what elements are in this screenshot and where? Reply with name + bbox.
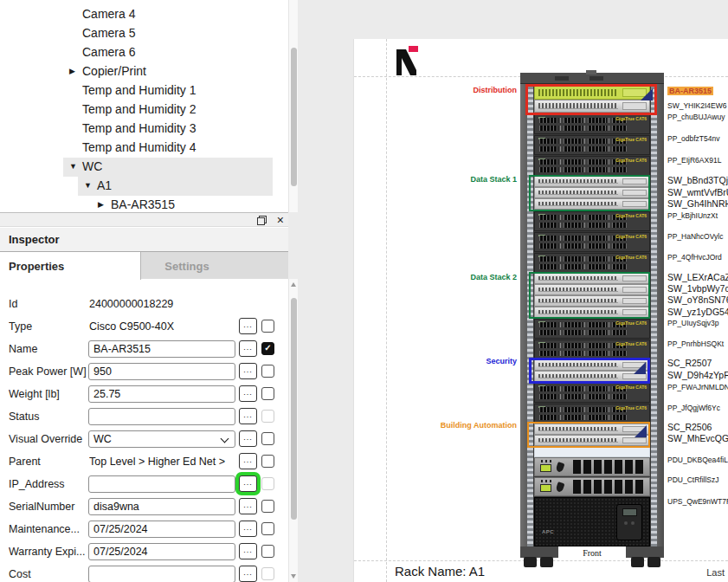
device-label[interactable]: PP_HaNhcOVylc xyxy=(667,232,723,241)
rack-pdu-unit[interactable] xyxy=(534,477,650,496)
more-button[interactable]: ... xyxy=(239,363,257,379)
rack-patch-panel-unit[interactable]: GigaTrue CAT6 xyxy=(534,114,650,134)
tree-item[interactable]: Temp and Humidity 3 xyxy=(0,120,288,139)
device-label[interactable]: SW_oY8nSN76S4 xyxy=(667,294,728,305)
more-button[interactable]: ... xyxy=(239,543,257,559)
tab-settings[interactable]: Settings xyxy=(141,252,233,280)
more-button[interactable]: ... xyxy=(239,566,257,582)
chevron-collapsed-icon[interactable]: ▶ xyxy=(69,67,80,75)
more-button[interactable]: ... xyxy=(239,430,257,447)
device-label-selected[interactable]: BA-AR3515 xyxy=(667,87,713,95)
tree-item[interactable]: Temp and Humidity 1 xyxy=(0,81,288,100)
rack-patch-panel-unit[interactable]: GigaTrue CAT6 xyxy=(534,383,650,403)
tree-item-label: Camera 4 xyxy=(82,7,135,21)
rack-graphic[interactable]: GigaTrue CAT6GigaTrue CAT6GigaTrue CAT6G… xyxy=(520,73,664,570)
device-label[interactable]: SW_wmtVvfBrUh xyxy=(667,187,728,197)
rack-patch-panel-unit[interactable]: GigaTrue CAT6 xyxy=(534,211,650,231)
rack-patch-panel-unit[interactable]: GigaTrue CAT6 xyxy=(534,404,650,424)
rack-ups-unit[interactable]: APC xyxy=(534,497,650,546)
device-label[interactable]: UPS_QwE9nWT7RN xyxy=(667,497,728,506)
checkbox[interactable] xyxy=(261,500,274,513)
tree-item[interactable]: ▼A1 xyxy=(0,177,288,196)
device-label[interactable]: SC_R2507 xyxy=(667,358,712,368)
device-label[interactable]: PP_4QfHvcJOrd xyxy=(667,253,722,262)
property-input[interactable]: disa9wna xyxy=(88,498,235,515)
checkbox[interactable] xyxy=(261,365,274,378)
rack-patch-panel-unit[interactable]: GigaTrue CAT6 xyxy=(534,253,650,273)
device-label[interactable]: SC_R2506 xyxy=(667,422,712,432)
chevron-collapsed-icon[interactable]: ▶ xyxy=(98,200,108,209)
tree-item[interactable]: Camera 6 xyxy=(0,43,288,62)
rack-patch-panel-unit[interactable]: GigaTrue CAT6 xyxy=(534,319,650,339)
checkbox[interactable] xyxy=(261,320,274,333)
checkbox[interactable] xyxy=(261,567,274,580)
tab-properties[interactable]: Properties xyxy=(0,252,141,280)
tree-item[interactable]: ▼WC xyxy=(0,158,288,177)
rack-patch-panel-unit[interactable]: GigaTrue CAT6 xyxy=(534,156,650,176)
device-label[interactable]: PP_JfQgjWf6Yc xyxy=(667,404,720,412)
device-label[interactable]: SW_yz1yDG54rd xyxy=(667,307,728,317)
more-button[interactable]: ... xyxy=(239,475,257,492)
device-label[interactable]: PP_PnrhbHSQKt xyxy=(667,340,724,348)
checkbox[interactable] xyxy=(261,455,274,468)
device-label[interactable]: PP_FWAJrNMLDN xyxy=(667,383,728,391)
checkbox[interactable] xyxy=(261,387,274,400)
popout-icon[interactable] xyxy=(257,216,267,225)
tree-item[interactable]: Temp and Humidity 2 xyxy=(0,100,288,120)
tree-item[interactable]: Camera 4 xyxy=(0,5,288,24)
device-label[interactable]: PDU_CtRfillSzJ xyxy=(667,475,719,484)
more-button[interactable]: ... xyxy=(239,521,257,537)
tree-item[interactable]: ▶Copier/Print xyxy=(0,62,288,81)
property-input[interactable] xyxy=(88,566,235,582)
scroll-up-icon[interactable] xyxy=(291,282,296,287)
checkbox[interactable] xyxy=(261,410,274,423)
property-input[interactable]: 950 xyxy=(88,363,235,380)
property-select[interactable]: WC xyxy=(88,430,235,448)
property-input[interactable] xyxy=(88,475,235,493)
device-label[interactable]: PP_odbfzT54nv xyxy=(667,134,719,143)
device-label[interactable]: PP_EIjR6AX91L xyxy=(667,156,721,165)
rack-patch-panel-unit[interactable]: GigaTrue CAT6 xyxy=(534,135,650,155)
device-label[interactable]: SW_1vbpWy7cx6 xyxy=(667,283,728,294)
tree-item[interactable]: ▶BA-AR3515 xyxy=(0,196,288,212)
device-label[interactable]: SW_MhEvcQGWGv xyxy=(667,433,728,443)
inspector-scrollbar[interactable] xyxy=(288,279,298,582)
checkbox[interactable] xyxy=(261,432,274,445)
inspector-scrollbar-thumb[interactable] xyxy=(291,298,297,520)
tree-scrollbar-thumb[interactable] xyxy=(291,48,297,186)
scroll-down-icon[interactable] xyxy=(291,574,296,579)
checkbox[interactable] xyxy=(261,477,274,490)
device-label[interactable]: SW_D9h4zYpF4e xyxy=(667,370,728,380)
chevron-expanded-icon[interactable]: ▼ xyxy=(84,181,94,190)
checkbox[interactable] xyxy=(261,522,274,535)
device-label[interactable]: SW_bBnd3TQjcy xyxy=(667,175,728,185)
close-icon[interactable]: × xyxy=(277,213,284,228)
checkbox[interactable] xyxy=(261,545,274,558)
more-button[interactable]: ... xyxy=(239,408,257,424)
chevron-expanded-icon[interactable]: ▼ xyxy=(69,162,80,171)
rack-pdu-unit[interactable] xyxy=(534,457,650,476)
property-input[interactable] xyxy=(88,408,235,425)
more-button[interactable]: ... xyxy=(239,318,257,334)
more-button[interactable]: ... xyxy=(239,340,257,357)
more-button[interactable]: ... xyxy=(239,385,257,402)
property-input[interactable]: 25.75 xyxy=(88,385,235,403)
device-label[interactable]: PP_UIuySqjv3p xyxy=(667,319,719,327)
property-input[interactable]: BA-AR3515 xyxy=(88,340,235,358)
more-button[interactable]: ... xyxy=(239,453,257,469)
rack-patch-panel-unit[interactable]: GigaTrue CAT6 xyxy=(534,232,650,252)
more-button[interactable]: ... xyxy=(239,498,257,514)
tree-scrollbar[interactable] xyxy=(288,0,298,212)
rack-patch-panel-unit[interactable]: GigaTrue CAT6 xyxy=(534,340,650,359)
property-input[interactable]: 07/25/2024 xyxy=(88,521,235,538)
device-label[interactable]: SW_Gh4IhNRHrm xyxy=(667,198,728,209)
property-input[interactable]: 07/25/2024 xyxy=(88,543,235,560)
device-label[interactable]: SW_YHIK2I4EW6 xyxy=(667,101,727,110)
device-label[interactable]: SW_LEXrACaZt2 xyxy=(667,272,728,282)
checkbox[interactable]: ✓ xyxy=(261,342,274,355)
device-label[interactable]: PP_chuBUJAwuy xyxy=(667,113,725,121)
device-label[interactable]: PP_kBjhIUnzXt xyxy=(667,211,718,220)
tree-item[interactable]: Camera 5 xyxy=(0,24,288,43)
tree-item[interactable]: Temp and Humidity 4 xyxy=(0,139,288,158)
device-label[interactable]: PDU_DKBQea4fiL xyxy=(667,456,728,464)
